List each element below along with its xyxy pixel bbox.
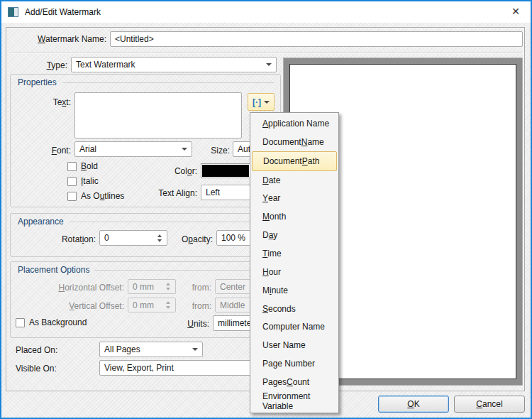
group-title-rule (70, 222, 275, 222)
as-outlines-checkbox[interactable] (67, 192, 77, 201)
color-label: Color: (155, 166, 197, 177)
cancel-button[interactable]: Cancel (454, 396, 525, 413)
menu-item-computer-name[interactable]: Computer Name (250, 317, 338, 336)
horizontal-offset-value: 0 mm (133, 282, 154, 292)
add-edit-watermark-dialog: Add/Edit Watermark × Watermark Name: <Un… (0, 0, 532, 419)
divider (10, 53, 522, 53)
text-align-value: Left (206, 187, 220, 197)
type-label: Type: (14, 60, 67, 71)
rotation-value: 0 (104, 233, 109, 243)
rotation-label: Rotation: (39, 234, 96, 245)
text-align-dropdown[interactable]: Left (201, 185, 250, 200)
chevron-down-icon (264, 101, 270, 104)
horizontal-from-value: Center (220, 282, 245, 292)
properties-group-title: Properties (18, 77, 57, 87)
menu-item-page-number[interactable]: Page Number (250, 354, 338, 373)
menu-item-pages-count[interactable]: Pages Count (250, 373, 338, 391)
group-title-rule (95, 270, 275, 271)
type-dropdown[interactable]: Text Watermark (71, 57, 277, 72)
as-background-label: As Background (29, 317, 87, 328)
menu-item-user-name[interactable]: User Name (250, 336, 338, 354)
appearance-group-title: Appearance (18, 217, 64, 227)
menu-item-minute[interactable]: Minute (250, 281, 338, 300)
bold-label: Bold (81, 161, 98, 172)
close-icon[interactable]: × (509, 4, 523, 18)
spinner-arrows-icon[interactable] (157, 234, 162, 242)
units-value: millimeter (218, 318, 254, 328)
italic-checkbox[interactable] (67, 177, 77, 186)
vertical-offset-label: Vertical Offset: (35, 301, 124, 312)
vertical-offset-spinner: 0 mm (128, 298, 176, 312)
italic-label: Italic (81, 176, 99, 187)
watermark-name-value: <Untitled> (115, 34, 154, 44)
menu-item-day[interactable]: Day (250, 226, 338, 244)
placed-on-value: All Pages (104, 344, 140, 354)
menu-item-document-name[interactable]: Document Name (250, 133, 338, 151)
spinner-arrows-icon (166, 301, 171, 309)
watermark-name-input[interactable]: <Untitled> (110, 31, 523, 47)
menu-item-year[interactable]: Year (250, 189, 338, 207)
vertical-from-value: Middle (220, 300, 245, 310)
title-bar: Add/Edit Watermark (1, 1, 531, 23)
size-label: Size: (200, 146, 230, 156)
menu-item-hour[interactable]: Hour (250, 263, 338, 281)
menu-item-application-name[interactable]: Application Name (250, 114, 338, 133)
insert-macro-button[interactable]: [·] (248, 93, 275, 111)
dialog-title: Add/Edit Watermark (25, 7, 101, 17)
spinner-arrows-icon (166, 283, 171, 290)
menu-item-environment-variable[interactable]: Environment Variable (250, 391, 338, 411)
group-title-rule (62, 82, 275, 83)
horizontal-offset-label: Horizontal Offset: (35, 283, 124, 293)
text-label: Text: (28, 97, 71, 108)
opacity-value: 100 % (221, 233, 245, 243)
as-background-checkbox[interactable] (16, 318, 25, 327)
font-value: Arial (79, 144, 96, 154)
chevron-down-icon (266, 63, 272, 66)
font-dropdown[interactable]: Arial (74, 141, 192, 157)
bold-checkbox[interactable] (67, 162, 77, 171)
menu-item-time[interactable]: Time (250, 244, 338, 263)
watermark-name-label: Watermark Name: (14, 34, 106, 45)
menu-item-seconds[interactable]: Seconds (250, 300, 338, 318)
chevron-down-icon (192, 348, 198, 351)
type-value: Text Watermark (76, 60, 135, 70)
placed-on-dropdown[interactable]: All Pages (99, 342, 203, 357)
watermark-text-input[interactable] (74, 92, 242, 138)
vertical-offset-value: 0 mm (133, 300, 154, 310)
visible-on-value: View, Export, Print (104, 363, 174, 373)
opacity-label: Opacity: (169, 234, 213, 245)
visible-on-label: Visible On: (16, 364, 57, 374)
text-align-label: Text Align: (140, 188, 197, 199)
as-outlines-label: As Outlines (81, 191, 124, 202)
placement-group-title: Placement Options (18, 265, 89, 275)
menu-item-document-path[interactable]: Document Path (252, 151, 337, 171)
chevron-down-icon (182, 148, 187, 151)
menu-item-date[interactable]: Date (250, 171, 338, 190)
horizontal-offset-spinner: 0 mm (128, 279, 176, 294)
placed-on-label: Placed On: (16, 345, 57, 356)
app-icon (8, 7, 18, 17)
color-swatch-button[interactable] (201, 163, 250, 178)
units-label: Units: (179, 319, 209, 330)
menu-item-month[interactable]: Month (250, 207, 338, 226)
macro-dropdown-menu: Application Name Document Name Document … (250, 112, 339, 413)
font-label: Font: (28, 146, 71, 156)
macro-brackets-icon: [·] (253, 98, 261, 107)
rotation-spinner[interactable]: 0 (99, 230, 167, 246)
ok-button[interactable]: OK (378, 396, 449, 413)
vertical-from-label: from: (189, 301, 211, 312)
horizontal-from-label: from: (189, 283, 211, 293)
